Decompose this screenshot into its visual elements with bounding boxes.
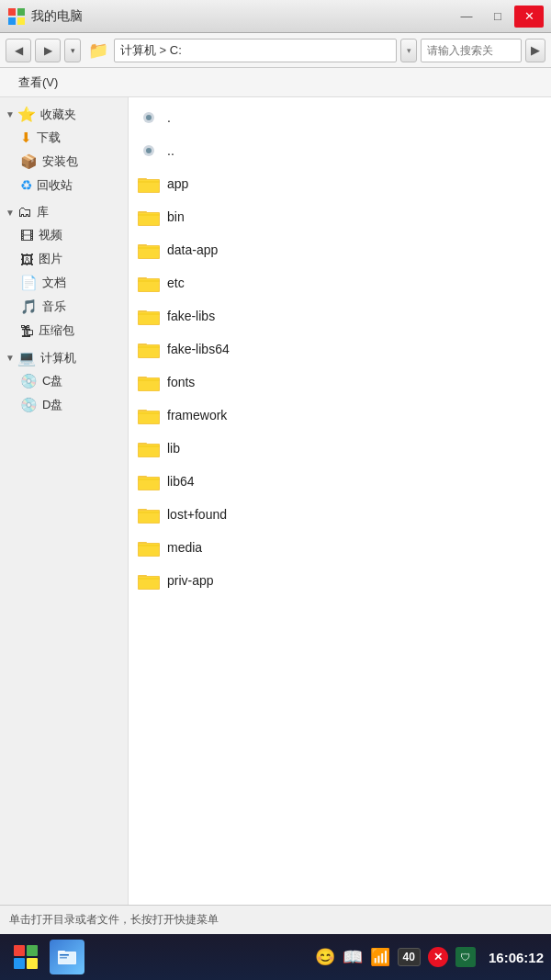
file-item-framework[interactable]: framework: [129, 399, 551, 432]
folder-icon-etc: [138, 274, 160, 292]
back-button[interactable]: ◀: [6, 39, 31, 62]
taskbar: 😊 📖 📶 40 ✕ 🛡 16:06:12: [0, 934, 551, 980]
favorites-icon: ⭐: [17, 106, 36, 123]
file-name-dot: .: [167, 110, 171, 125]
close-button[interactable]: ✕: [514, 6, 544, 28]
sidebar-item-compressed[interactable]: 🗜 压缩包: [0, 319, 128, 343]
sidebar-group-computer: ▼ 💻 计算机 💿 C盘 💿 D盘: [0, 346, 128, 417]
sidebar-item-cdrive[interactable]: 💿 C盘: [0, 369, 128, 393]
sidebar-item-downloads[interactable]: ⬇ 下载: [0, 126, 128, 150]
sidebar-item-pictures[interactable]: 🖼 图片: [0, 247, 128, 271]
file-item-dot[interactable]: .: [129, 101, 551, 134]
file-name-lib: lib: [167, 441, 180, 456]
status-bar: 单击打开目录或者文件，长按打开快捷菜单: [0, 905, 551, 934]
computer-label: 计算机: [40, 350, 76, 366]
main-area: ▼ ⭐ 收藏夹 ⬇ 下载 📦 安装包 ♻ 回收站 ▼ 🗂 库: [0, 97, 551, 905]
file-name-etc: etc: [167, 276, 185, 290]
file-name-fonts: fonts: [167, 375, 195, 389]
pictures-label: 图片: [39, 251, 62, 267]
address-bar: ◀ ▶ ▾ 📁 ▾ ▶: [0, 33, 551, 68]
file-name-app: app: [167, 176, 188, 191]
file-item-lostfound[interactable]: lost+found: [129, 498, 551, 531]
file-item-lib[interactable]: lib: [129, 432, 551, 465]
folder-icon-bin: [138, 208, 160, 226]
downloads-label: 下载: [37, 130, 61, 146]
taskbar-file-manager[interactable]: [50, 940, 84, 974]
window-icon: [7, 7, 26, 26]
folder-icon-media: [138, 538, 160, 557]
sidebar-group-header-computer[interactable]: ▼ 💻 计算机: [0, 346, 128, 369]
folder-icon-lib: [138, 439, 160, 457]
video-label: 视频: [39, 227, 62, 243]
svg-point-7: [146, 148, 152, 153]
file-item-bin[interactable]: bin: [129, 200, 551, 233]
emoji-icon: 😊: [315, 947, 335, 967]
special-dotdot-icon: [138, 141, 160, 160]
downloads-icon: ⬇: [20, 130, 32, 146]
music-icon: 🎵: [20, 299, 38, 315]
search-go-button[interactable]: ▶: [525, 39, 545, 62]
forward-button[interactable]: ▶: [35, 39, 61, 62]
sidebar-item-music[interactable]: 🎵 音乐: [0, 295, 128, 319]
recycle-label: 回收站: [37, 177, 73, 194]
computer-icon: 💻: [17, 349, 36, 366]
cdrive-icon: 💿: [20, 373, 38, 389]
packages-label: 安装包: [42, 153, 78, 170]
sidebar-item-documents[interactable]: 📄 文档: [0, 271, 128, 295]
search-input[interactable]: [421, 39, 522, 62]
special-dot-icon: [138, 108, 160, 127]
packages-icon: 📦: [20, 153, 38, 170]
documents-label: 文档: [42, 275, 66, 291]
file-item-fonts[interactable]: fonts: [129, 366, 551, 399]
file-item-app[interactable]: app: [129, 167, 551, 200]
music-label: 音乐: [42, 299, 66, 315]
file-name-privapp: priv-app: [167, 573, 214, 588]
start-button[interactable]: [7, 939, 44, 975]
file-item-fakelibs[interactable]: fake-libs: [129, 299, 551, 332]
video-icon: 🎞: [20, 228, 34, 243]
file-item-dotdot[interactable]: ..: [129, 134, 551, 167]
sidebar-item-recycle[interactable]: ♻ 回收站: [0, 174, 128, 197]
file-name-fakelibs64: fake-libs64: [167, 342, 230, 356]
file-item-lib64[interactable]: lib64: [129, 465, 551, 498]
file-item-dataapp[interactable]: data-app: [129, 233, 551, 266]
file-name-dataapp: data-app: [167, 242, 218, 257]
alert-x-icon: ✕: [428, 947, 448, 967]
wifi-icon: 📶: [370, 947, 390, 967]
file-name-lostfound: lost+found: [167, 507, 227, 522]
file-item-fakelibs64[interactable]: fake-libs64: [129, 332, 551, 366]
recycle-icon: ♻: [20, 177, 32, 194]
sidebar-item-video[interactable]: 🎞 视频: [0, 223, 128, 247]
sidebar-group-header-library[interactable]: ▼ 🗂 库: [0, 201, 128, 223]
svg-rect-1: [17, 8, 25, 16]
compressed-icon: 🗜: [20, 323, 34, 339]
file-item-etc[interactable]: etc: [129, 266, 551, 299]
search-dropdown[interactable]: ▾: [400, 39, 417, 62]
address-input[interactable]: [114, 39, 397, 62]
file-item-privapp[interactable]: priv-app: [129, 564, 551, 597]
sidebar-group-header-favorites[interactable]: ▼ ⭐ 收藏夹: [0, 103, 128, 126]
folder-icon-lostfound: [138, 505, 160, 524]
svg-rect-63: [27, 958, 38, 969]
system-time: 16:06:12: [489, 950, 544, 965]
folder-icon: 📁: [88, 40, 108, 61]
windows-logo-icon: [12, 943, 39, 971]
sidebar: ▼ ⭐ 收藏夹 ⬇ 下载 📦 安装包 ♻ 回收站 ▼ 🗂 库: [0, 97, 129, 905]
svg-rect-62: [14, 958, 25, 969]
folder-icon-framework: [138, 406, 160, 424]
file-name-bin: bin: [167, 209, 185, 224]
maximize-button[interactable]: □: [483, 6, 512, 28]
cdrive-label: C盘: [42, 373, 62, 389]
sidebar-item-ddrive[interactable]: 💿 D盘: [0, 393, 128, 417]
battery-badge: 40: [398, 948, 421, 966]
file-item-media[interactable]: media: [129, 531, 551, 564]
file-manager-icon: [56, 946, 78, 968]
menu-item-view[interactable]: 查看(V): [9, 71, 67, 95]
ddrive-label: D盘: [42, 397, 62, 413]
nav-dropdown[interactable]: ▾: [64, 39, 81, 62]
minimize-button[interactable]: —: [452, 6, 481, 28]
folder-icon-privapp: [138, 571, 160, 590]
book-icon: 📖: [343, 947, 363, 967]
sidebar-item-packages[interactable]: 📦 安装包: [0, 150, 128, 174]
favorites-label: 收藏夹: [40, 107, 76, 123]
